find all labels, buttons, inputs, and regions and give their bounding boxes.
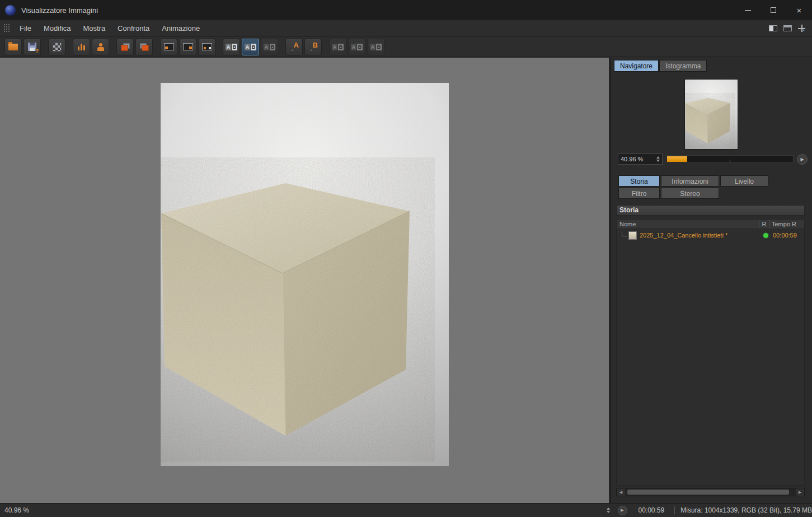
undock-button[interactable]: ↓ [798,25,806,32]
tab-livello[interactable]: Livello [720,175,768,187]
stepper-up-icon [656,156,660,159]
zoom-value-field[interactable]: 40.96 % [618,153,663,165]
split-pane-icon[interactable] [769,25,777,31]
scroll-left-button[interactable]: ◀ [617,488,625,496]
column-r[interactable]: R [759,220,769,229]
ab-split-button[interactable]: AB [242,39,259,55]
scrollbar-thumb[interactable] [627,490,789,495]
menu-mostra[interactable]: Mostra [77,20,111,36]
menu-confronta[interactable]: Confronta [111,20,156,36]
play-icon: ▶ [621,508,623,513]
play-button[interactable]: ▶ [618,506,627,515]
scroll-right-button[interactable]: ▶ [796,488,804,496]
status-bar: 40.96 % ▶ 00:00:59 Misura: 1004x1339, RG… [0,503,812,517]
view-dual-icon [202,43,212,50]
statusbar-zoom[interactable]: 40.96 % [4,506,38,514]
history-table-body: 2025_12_04_Cancello intistieti * 00:00:5… [616,229,805,486]
column-tempo[interactable]: Tempo R [769,220,804,229]
minimize-icon [745,10,751,11]
statusbar-time: 00:00:59 [639,506,665,514]
tab-filtro[interactable]: Filtro [618,188,660,199]
history-row[interactable]: 2025_12_04_Cancello intistieti * 00:00:5… [617,229,804,241]
clear-ab-icon: AB [370,44,382,50]
load-image-a-button[interactable] [116,39,134,55]
tab-informazioni[interactable]: Informazioni [661,175,719,187]
copy-ab-button[interactable]: AB [348,39,365,55]
histogram-view-button[interactable] [73,39,90,55]
menu-file[interactable]: File [13,20,37,36]
view-split-icon [183,43,193,50]
save-image-button[interactable]: ? [24,39,41,55]
maximize-button[interactable] [761,0,786,20]
status-green-dot [763,233,768,238]
statusbar-stepper-up-icon [607,507,610,510]
statusbar-zoom-stepper[interactable] [607,507,610,513]
window-controls: × [735,0,812,20]
set-as-a-button[interactable]: →A [285,39,303,55]
set-b-icon: →B [308,42,318,52]
tab-navigatore[interactable]: Navigatore [614,60,659,72]
menubar-right-icons: ↓ [769,25,806,32]
layout-frame-icon[interactable] [783,25,792,31]
close-button[interactable]: × [786,0,812,20]
render-thumb-icon [628,231,637,240]
navigator-tabs: Navigatore Istogramma [614,60,707,72]
rendered-image [161,83,449,466]
navigator-options-button[interactable]: ▶ [797,154,808,165]
bars-icon [78,43,86,50]
zoom-slider[interactable] [666,155,794,163]
minimize-button[interactable] [735,0,761,20]
render-name: 2025_12_04_Cancello intistieti * [640,232,761,239]
view-split-button[interactable] [179,39,196,55]
fit-to-screen-button[interactable] [92,39,109,55]
render-status-cell [761,233,771,238]
layers-a-icon [121,43,130,51]
window-title: Visualizzatore Immagini [21,6,98,15]
drag-handle-icon[interactable] [3,24,11,33]
title-bar: Visualizzatore Immagini × [0,0,812,20]
ab-overlay-button[interactable]: AB [261,39,278,55]
options-arrow-icon: ▶ [800,157,804,162]
scrollbar-track[interactable] [625,488,796,496]
navigator-thumbnail[interactable] [685,80,738,149]
ab-side-by-side-button[interactable]: AB [223,39,240,55]
zoom-slider-fill [667,156,687,162]
menu-modifica[interactable]: Modifica [37,20,77,36]
render-time: 00:00:59 [771,232,804,239]
ab-split-icon: AB [245,44,256,50]
zoom-stepper[interactable] [656,156,660,162]
view-dual-button[interactable] [198,39,215,55]
layers-b-icon [140,43,149,51]
maximize-icon [771,7,776,13]
zoom-value: 40.96 % [621,156,643,162]
statusbar-stepper-down-icon [607,511,610,513]
menu-bar: File Modifica Mostra Confronta Animazion… [0,20,812,37]
stone-cube-render [161,83,449,466]
image-viewport[interactable] [0,58,609,503]
scroll-left-icon: ◀ [619,490,622,495]
navigator-cube-preview [685,80,738,149]
tab-stereo[interactable]: Stereo [661,188,719,199]
set-as-b-button[interactable]: →B [304,39,322,55]
ab-side-icon: AB [226,44,237,50]
load-image-b-button[interactable] [135,39,153,55]
view-single-button[interactable] [160,39,177,55]
open-image-button[interactable] [4,39,22,55]
open-folder-icon [8,44,18,50]
menu-animazione[interactable]: Animazione [156,20,206,36]
app-logo-icon [5,5,16,16]
right-panel: Navigatore Istogramma 40.96 % ▶ [610,58,812,503]
stepper-down-icon [656,160,660,162]
column-nome[interactable]: Nome [617,220,759,229]
tab-istogramma[interactable]: Istogramma [659,60,707,72]
swap-ab-button[interactable]: AB [329,39,346,55]
clear-ab-button[interactable]: AB [367,39,384,55]
copy-ab-icon: AB [351,44,363,50]
panel-tabs: Storia Informazioni Livello Filtro Stere… [618,175,768,199]
history-horizontal-scrollbar[interactable]: ◀ ▶ [616,488,805,496]
dither-toggle-button[interactable] [48,39,65,55]
history-section-header: Storia [616,205,805,216]
statusbar-divider [674,506,675,514]
statusbar-info: Misura: 1004x1339, RGB (32 Bit), 15.79 M… [680,506,812,514]
tab-storia[interactable]: Storia [618,175,660,187]
